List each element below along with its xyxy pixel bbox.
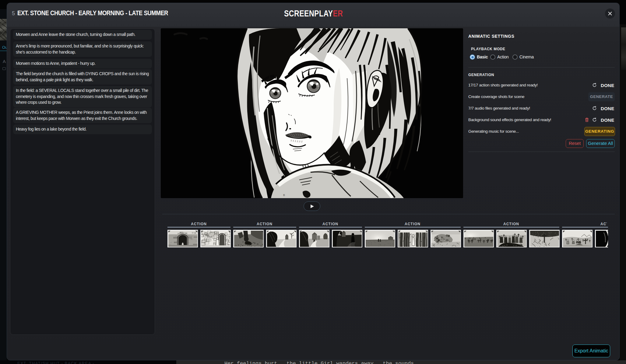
svg-text:B: B <box>283 194 285 197</box>
